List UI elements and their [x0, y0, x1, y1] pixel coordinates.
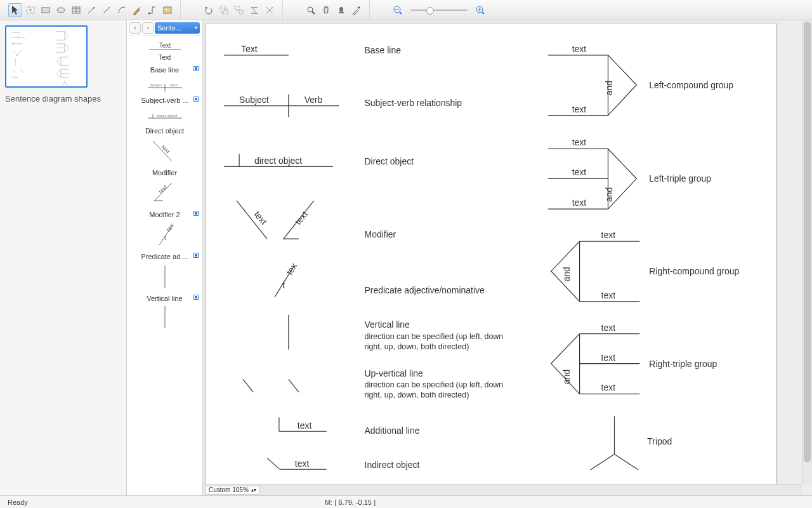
ungroup-button[interactable] [232, 3, 246, 17]
library-item-predicate-adj[interactable]: Predicate ad ... [127, 250, 202, 292]
svg-point-23 [308, 7, 313, 12]
svg-text:Left-triple group: Left-triple group [649, 173, 711, 184]
svg-line-39 [13, 50, 18, 56]
svg-point-13 [166, 8, 167, 10]
canvas-scroll[interactable]: .nl{fill:#444;font-size:14px}.ss{stroke:… [203, 20, 812, 495]
hand-tool[interactable] [319, 3, 333, 17]
svg-line-42 [13, 69, 16, 73]
page-thumbnail-1[interactable]: — [5, 25, 88, 88]
shape-icon: direct object [140, 105, 190, 123]
table-tool[interactable] [69, 3, 83, 17]
canvas-vertical-scrollbar[interactable] [802, 20, 812, 484]
undo-icon [204, 5, 214, 15]
svg-text:Modifier: Modifier [365, 229, 396, 239]
svg-rect-17 [239, 10, 243, 14]
expand-marker-icon [193, 253, 199, 258]
rectangle-tool[interactable] [39, 3, 53, 17]
svg-text:text: text [601, 323, 616, 333]
hand-icon [321, 5, 331, 15]
library-item-label: Vertical line [128, 295, 201, 302]
undo-button[interactable] [202, 3, 216, 17]
library-item-base-line[interactable]: Base line SubjectVerb [127, 64, 202, 94]
svg-line-24 [312, 11, 315, 14]
shape-icon: SubjectVerb [140, 75, 190, 93]
stamp-tool[interactable] [334, 3, 348, 17]
library-item-modifier-2[interactable]: Modifier 2 text [127, 208, 202, 250]
group-button[interactable] [217, 3, 231, 17]
ellipse-icon [56, 5, 66, 15]
ellipse-tool[interactable] [54, 3, 68, 17]
svg-text:t: t [282, 280, 285, 290]
zoom-out-button[interactable] [391, 3, 405, 17]
library-scroll[interactable]: Text Text Base line SubjectVerb Subject-… [127, 36, 202, 495]
svg-text:and: and [604, 187, 614, 202]
svg-text:Base line: Base line [365, 45, 402, 55]
svg-text:Tripod: Tripod [647, 436, 672, 446]
svg-text:and: and [561, 370, 572, 384]
library-item-label: Subject-verb ... [128, 97, 201, 104]
library-panel: ‹ › Sente... ▾ Text Text Base line Subje… [127, 20, 203, 495]
canvas-page[interactable]: .nl{fill:#444;font-size:14px}.ss{stroke:… [206, 23, 776, 493]
image-insert-tool[interactable] [160, 3, 174, 17]
pen-tool[interactable] [130, 3, 144, 17]
svg-rect-2 [42, 8, 49, 13]
svg-text:Left-compound group: Left-compound group [649, 80, 733, 90]
align-button[interactable] [247, 3, 261, 17]
pointer-tool[interactable] [8, 3, 22, 17]
status-ready: Ready [8, 498, 325, 506]
shape-icon [140, 262, 190, 291]
curve-icon [117, 5, 127, 15]
svg-text:Right-compound group: Right-compound group [649, 266, 739, 276]
zoom-slider[interactable] [410, 10, 468, 11]
text-frame-tool[interactable]: T [23, 3, 37, 17]
pages-panel-title: Sentence diagram shapes [5, 94, 121, 104]
shape-icon: text [140, 178, 190, 207]
svg-text:Predicate adjective/nominative: Predicate adjective/nominative [365, 285, 485, 295]
svg-text:Indirect object: Indirect object [365, 460, 420, 470]
library-item-modifier[interactable]: Modifier text [127, 166, 202, 208]
rectangle-icon [41, 5, 51, 15]
svg-line-54 [65, 83, 68, 85]
eyedropper-tool[interactable] [350, 3, 363, 17]
svg-text:Text: Text [159, 42, 171, 49]
library-selector[interactable]: Sente... ▾ [155, 22, 200, 34]
zoom-in-button[interactable] [473, 3, 487, 17]
svg-text:Verb: Verb [304, 95, 323, 105]
library-back-button[interactable]: ‹ [129, 22, 141, 34]
zoom-level-selector[interactable]: Custom 105% ▴▾ [206, 486, 259, 495]
curve-tool[interactable] [115, 3, 129, 17]
pointer-icon [10, 5, 20, 15]
zoom-fit-button[interactable] [304, 3, 318, 17]
canvas-horizontal-scrollbar[interactable]: Custom 105% ▴▾ [203, 484, 802, 495]
distribute-button[interactable] [263, 3, 277, 17]
svg-text:text: text [601, 382, 616, 392]
svg-text:text: text [572, 104, 587, 114]
svg-point-11 [148, 12, 150, 14]
svg-text:Verb: Verb [169, 83, 178, 87]
library-item-vertical-line[interactable]: Vertical line [127, 292, 202, 330]
svg-text:Up-vertical line: Up-vertical line [365, 368, 424, 378]
arrow-tool[interactable] [84, 3, 98, 17]
svg-text:right, up, down, both directed: right, up, down, both directed) [365, 342, 469, 351]
stepper-icon: ▴▾ [251, 488, 256, 492]
pages-panel: — Sentence diagram shapes [0, 20, 127, 495]
toolbar: T [0, 0, 812, 20]
shape-icon: text [140, 220, 190, 249]
image-icon [162, 5, 173, 15]
svg-text:direct object: direct object [156, 114, 177, 117]
svg-text:T: T [29, 8, 32, 13]
library-item-subject-verb[interactable]: Subject-verb ... direct object [127, 94, 202, 124]
svg-line-53 [62, 83, 65, 85]
page-thumb-preview: — [6, 27, 86, 86]
svg-text:text: text [572, 137, 587, 147]
library-item-text[interactable]: Text Text [127, 36, 202, 64]
svg-text:and: and [561, 267, 572, 281]
line-tool[interactable] [100, 3, 114, 17]
connector-tool[interactable] [145, 3, 159, 17]
zoom-in-icon [475, 5, 485, 15]
library-item-direct-object[interactable]: Direct object text [127, 124, 202, 166]
svg-text:text: text [157, 184, 169, 195]
library-forward-button[interactable]: › [142, 22, 154, 34]
text-frame-icon: T [25, 5, 36, 15]
status-bar: Ready M: [ 6.79, -0.15 ] [0, 495, 812, 508]
